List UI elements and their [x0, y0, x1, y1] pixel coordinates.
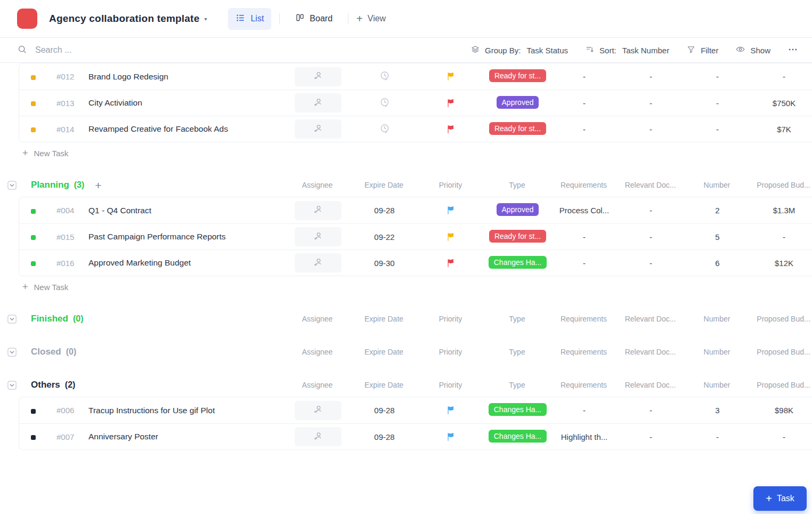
new-task-button[interactable]: + New Task	[22, 276, 812, 298]
assignee-cell[interactable]	[285, 67, 351, 86]
expire-date-cell[interactable]: 09-22	[351, 232, 418, 242]
show-control[interactable]: Show	[735, 44, 770, 56]
assignee-cell[interactable]	[285, 401, 351, 420]
status-dot	[31, 409, 36, 414]
relevant-doc-cell[interactable]: -	[618, 232, 684, 242]
assignee-cell[interactable]	[285, 427, 351, 446]
assignee-cell[interactable]	[285, 93, 351, 113]
relevant-doc-cell[interactable]: -	[618, 206, 684, 215]
expire-date-cell[interactable]	[351, 123, 418, 135]
type-badge[interactable]: Changes Ha...	[489, 256, 547, 269]
expire-date-cell[interactable]: 09-30	[351, 259, 418, 268]
group-by-control[interactable]: Group By: Task Status	[470, 45, 568, 56]
relevant-doc-cell[interactable]: -	[618, 432, 684, 441]
budget-cell[interactable]: $750K	[751, 99, 812, 108]
requirements-cell[interactable]: -	[551, 232, 618, 242]
expire-date-cell[interactable]	[351, 70, 418, 83]
budget-cell[interactable]: -	[751, 232, 812, 242]
number-cell[interactable]: -	[684, 125, 751, 134]
budget-cell[interactable]: $7K	[751, 125, 812, 134]
new-task-button[interactable]: + New Task	[22, 142, 812, 164]
number-cell[interactable]: -	[684, 99, 751, 108]
requirements-cell[interactable]: -	[551, 72, 618, 81]
search-input[interactable]	[34, 45, 258, 55]
type-badge[interactable]: Ready for st...	[489, 69, 546, 82]
number-cell[interactable]: -	[684, 72, 751, 81]
requirements-cell[interactable]: -	[551, 259, 618, 268]
assignee-cell[interactable]	[285, 201, 351, 220]
relevant-doc-cell[interactable]: -	[618, 72, 684, 81]
priority-flag-cell[interactable]	[418, 98, 484, 108]
requirements-cell[interactable]: -	[551, 125, 618, 134]
type-badge[interactable]: Approved	[497, 203, 539, 216]
tab-list[interactable]: List	[228, 8, 271, 30]
priority-flag-cell[interactable]	[418, 405, 484, 416]
number-cell[interactable]: -	[684, 432, 751, 441]
clock-icon	[379, 100, 390, 109]
requirements-cell[interactable]: -	[551, 406, 618, 415]
title-dropdown-caret-icon[interactable]: ▾	[204, 16, 207, 22]
budget-cell[interactable]: $98K	[751, 406, 812, 415]
expire-date-cell[interactable]: 09-28	[351, 406, 418, 415]
task-row[interactable]: #004 Q1 - Q4 Contract 09-28 Approved Pro…	[19, 197, 812, 223]
tab-board[interactable]: Board	[288, 8, 340, 29]
budget-cell[interactable]: $12K	[751, 259, 812, 268]
requirements-cell[interactable]: Highlight th...	[551, 432, 618, 441]
expire-date-cell[interactable]	[351, 97, 418, 109]
collapse-group-icon[interactable]	[7, 348, 17, 357]
priority-flag-cell[interactable]	[418, 71, 484, 82]
number-cell[interactable]: 6	[684, 259, 751, 268]
priority-flag-cell[interactable]	[418, 431, 484, 442]
budget-cell[interactable]: $1.3M	[751, 206, 812, 215]
sort-control[interactable]: Sort: Task Number	[585, 45, 669, 56]
relevant-doc-cell[interactable]: -	[618, 125, 684, 134]
relevant-doc-cell[interactable]: -	[618, 406, 684, 415]
task-row[interactable]: #006 Tracup Instructions for Use gif Plo…	[19, 397, 812, 423]
number-cell[interactable]: 3	[684, 406, 751, 415]
task-row[interactable]: #015 Past Campaign Performance Reports 0…	[19, 223, 812, 250]
type-badge[interactable]: Changes Ha...	[489, 430, 547, 443]
add-view-button[interactable]: + View	[356, 13, 386, 24]
collapse-group-icon[interactable]	[7, 315, 17, 324]
column-header: Type	[484, 315, 550, 323]
requirements-cell[interactable]: Process Col...	[551, 206, 618, 215]
assignee-cell[interactable]	[285, 119, 351, 139]
task-row[interactable]: #016 Approved Marketing Budget 09-30 Cha…	[19, 250, 812, 276]
expire-date: 09-28	[374, 206, 394, 215]
requirements-cell[interactable]: -	[551, 99, 618, 108]
page-title: Agency collaboration template	[49, 13, 199, 25]
type-badge[interactable]: Ready for st...	[489, 230, 546, 243]
number-cell[interactable]: 2	[684, 206, 751, 215]
type-badge[interactable]: Ready for st...	[489, 122, 546, 135]
expire-date-cell[interactable]: 09-28	[351, 432, 418, 441]
budget-cell[interactable]: -	[751, 72, 812, 81]
sort-icon	[585, 45, 595, 56]
task-row[interactable]: #007 Anniversary Poster 09-28 Changes Ha…	[19, 423, 812, 449]
task-row[interactable]: #012 Brand Logo Redesign Ready for st...…	[19, 63, 812, 90]
task-group-block: #004 Q1 - Q4 Contract 09-28 Approved Pro…	[19, 197, 812, 276]
type-badge[interactable]: Changes Ha...	[489, 403, 547, 416]
group-by-value: Task Status	[527, 46, 569, 55]
filter-control[interactable]: Filter	[686, 45, 718, 56]
collapse-group-icon[interactable]	[7, 381, 17, 390]
priority-flag-cell[interactable]	[418, 205, 484, 216]
type-badge[interactable]: Approved	[497, 96, 539, 109]
priority-flag-cell[interactable]	[418, 124, 484, 134]
relevant-doc-cell[interactable]: -	[618, 259, 684, 268]
collapse-group-icon[interactable]	[7, 181, 17, 190]
task-row[interactable]: #014 Revamped Creative for Facebook Ads …	[19, 116, 812, 142]
task-name: Revamped Creative for Facebook Ads	[88, 124, 285, 134]
budget-cell[interactable]: -	[751, 432, 812, 441]
assignee-cell[interactable]	[285, 253, 351, 272]
expire-date-cell[interactable]: 09-28	[351, 206, 418, 215]
priority-flag-cell[interactable]	[418, 231, 484, 242]
number-cell[interactable]: 5	[684, 232, 751, 242]
more-button[interactable]	[787, 44, 798, 57]
assignee-cell[interactable]	[285, 227, 351, 246]
add-task-button[interactable]: + Task	[753, 486, 807, 511]
task-row[interactable]: #013 City Activiation Approved - - - $75…	[19, 90, 812, 116]
status-dot	[31, 235, 36, 240]
column-headers: AssigneeExpire DatePriorityTypeRequireme…	[19, 340, 812, 364]
priority-flag-cell[interactable]	[418, 258, 484, 268]
relevant-doc-cell[interactable]: -	[618, 99, 684, 108]
